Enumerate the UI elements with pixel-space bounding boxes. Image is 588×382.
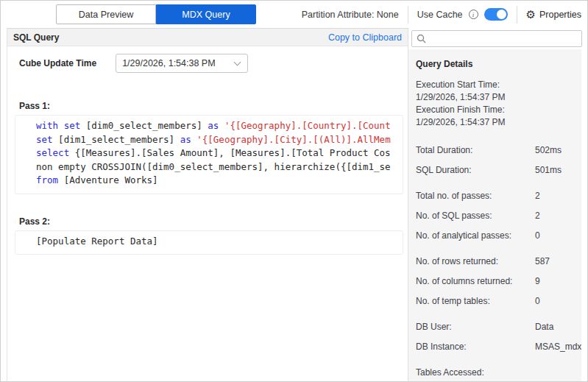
detail-value: 2 xyxy=(535,190,574,202)
code-line: [Populate Report Data] xyxy=(36,235,403,249)
detail-group: Total Duration:502msSQL Duration:501ms xyxy=(416,144,574,177)
pass1-label: Pass 1: xyxy=(19,101,408,111)
detail-value: MSAS_mdx xyxy=(535,341,581,353)
code-line: from [Adventure Works] xyxy=(36,174,403,188)
search-icon xyxy=(417,34,426,43)
use-cache-control: Use Cache i xyxy=(417,8,508,21)
chevron-down-icon xyxy=(234,59,241,66)
detail-row: DB User:Data xyxy=(416,321,574,333)
details-column: Query Details Execution Start Time:1/29/… xyxy=(408,28,587,381)
pass2-code-block: [Populate Report Data] xyxy=(15,230,403,255)
use-cache-toggle[interactable] xyxy=(484,8,508,21)
query-details-panel: Query Details Execution Start Time:1/29/… xyxy=(408,49,581,381)
detail-label: No. of SQL passes: xyxy=(416,210,535,222)
detail-value: Data xyxy=(535,321,574,333)
search-box xyxy=(411,30,582,47)
view-tabs: Data Preview MDX Query xyxy=(56,4,256,24)
detail-row: Tables Accessed: xyxy=(416,367,574,379)
cube-update-dropdown[interactable]: 1/29/2026, 1:54:38 PM xyxy=(116,54,248,73)
detail-label: Total no. of passes: xyxy=(416,190,535,202)
detail-row: SQL Duration:501ms xyxy=(416,164,574,177)
divider xyxy=(408,6,408,24)
detail-value: 587 xyxy=(535,255,574,268)
exec-time-line: Execution Start Time: xyxy=(416,79,574,91)
partition-attribute-label: Partition Attribute: None xyxy=(302,10,399,20)
detail-value: 501ms xyxy=(535,164,574,177)
search-strip xyxy=(408,28,587,49)
cube-update-row: Cube Update Time 1/29/2026, 1:54:38 PM xyxy=(19,54,408,73)
cube-update-time-label: Cube Update Time xyxy=(19,58,96,68)
detail-group: No. of rows returned:587No. of columns r… xyxy=(416,255,574,308)
app-window: Data Preview MDX Query Partition Attribu… xyxy=(0,0,588,382)
copy-to-clipboard-link[interactable]: Copy to Clipboard xyxy=(328,32,402,43)
execution-times: Execution Start Time:1/29/2026, 1:54:37 … xyxy=(416,79,574,129)
detail-label: DB User: xyxy=(416,321,535,333)
detail-label: Tables Accessed: xyxy=(416,367,535,379)
query-details-title: Query Details xyxy=(416,59,574,69)
detail-row: No. of temp tables:0 xyxy=(416,295,574,308)
detail-row: No. of analytical passes:0 xyxy=(416,230,574,242)
sql-query-bar: SQL Query Copy to Clipboard xyxy=(7,28,408,46)
code-line: set [dim1_select_members] as '{[Geograph… xyxy=(36,133,403,147)
detail-row: No. of SQL passes:2 xyxy=(416,210,574,222)
detail-value: 2 xyxy=(535,210,574,222)
top-bar: Data Preview MDX Query Partition Attribu… xyxy=(1,1,587,28)
main-area: SQL Query Copy to Clipboard Cube Update … xyxy=(1,28,587,381)
exec-time-line: Execution Finish Time: xyxy=(416,104,574,116)
tab-mdx-query[interactable]: MDX Query xyxy=(156,4,256,24)
detail-row: No. of rows returned:587 xyxy=(416,255,574,268)
detail-label: No. of temp tables: xyxy=(416,295,535,308)
search-input[interactable] xyxy=(430,34,577,44)
detail-row: Total Duration:502ms xyxy=(416,144,574,157)
detail-group: Tables Accessed: xyxy=(416,367,574,379)
code-line: with set [dim0_select_members] as '{[Geo… xyxy=(36,119,403,133)
detail-value: 9 xyxy=(535,275,574,288)
divider xyxy=(517,6,517,24)
detail-label: DB Instance: xyxy=(416,341,535,353)
use-cache-label: Use Cache xyxy=(417,10,463,20)
tab-data-preview[interactable]: Data Preview xyxy=(56,4,156,24)
gear-icon: ⚙ xyxy=(526,9,536,20)
sql-query-title: SQL Query xyxy=(13,32,59,43)
detail-label: No. of rows returned: xyxy=(416,255,535,268)
detail-value: 502ms xyxy=(535,144,574,157)
pass1-code-block: with set [dim0_select_members] as '{[Geo… xyxy=(15,115,403,194)
detail-row: DB Instance:MSAS_mdx xyxy=(416,341,574,353)
cube-update-value: 1/29/2026, 1:54:38 PM xyxy=(122,58,232,68)
exec-time-line: 1/29/2026, 1:54:37 PM xyxy=(416,91,574,104)
detail-value: 0 xyxy=(535,295,574,308)
detail-label: Total Duration: xyxy=(416,144,535,157)
code-line: select {[Measures].[Sales Amount], [Meas… xyxy=(36,146,403,160)
pass2-label: Pass 2: xyxy=(19,216,408,227)
query-content: Cube Update Time 1/29/2026, 1:54:38 PM P… xyxy=(7,46,408,381)
exec-time-line: 1/29/2026, 1:54:37 PM xyxy=(416,116,574,129)
info-icon[interactable]: i xyxy=(469,10,478,19)
detail-group: Total no. of passes:2No. of SQL passes:2… xyxy=(416,190,574,242)
properties-button[interactable]: ⚙ Properties xyxy=(526,9,581,20)
detail-groups: Total Duration:502msSQL Duration:501msTo… xyxy=(416,144,574,379)
detail-row: Total no. of passes:2 xyxy=(416,190,574,202)
properties-label: Properties xyxy=(539,10,581,20)
detail-group: DB User:DataDB Instance:MSAS_mdx xyxy=(416,321,574,353)
query-column: SQL Query Copy to Clipboard Cube Update … xyxy=(7,28,408,381)
detail-label: No. of analytical passes: xyxy=(416,230,535,242)
topbar-right: Partition Attribute: None Use Cache i ⚙ … xyxy=(302,6,581,24)
detail-value: 0 xyxy=(535,230,574,242)
toggle-knob xyxy=(497,10,506,19)
code-line: non empty CROSSJOIN([dim0_select_members… xyxy=(36,160,403,174)
detail-row: No. of columns returned:9 xyxy=(416,275,574,288)
detail-label: SQL Duration: xyxy=(416,164,535,177)
detail-label: No. of columns returned: xyxy=(416,275,535,288)
detail-value xyxy=(535,367,574,379)
